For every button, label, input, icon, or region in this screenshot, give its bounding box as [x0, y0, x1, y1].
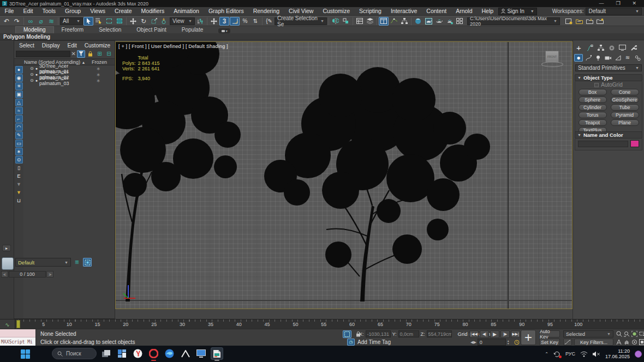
- select-and-rotate-button[interactable]: ↻: [139, 17, 148, 26]
- show-influences-icon[interactable]: ▯: [15, 164, 23, 172]
- display-materials-icon[interactable]: ✎: [15, 131, 23, 139]
- primitive-button[interactable]: Teapot: [579, 119, 607, 126]
- primitive-button[interactable]: Tube: [611, 104, 639, 111]
- frozen-toggle-icon[interactable]: ∗: [96, 78, 100, 83]
- primitive-button[interactable]: Box: [579, 89, 607, 95]
- lock-icon[interactable]: [86, 50, 94, 58]
- toggle-layer-explorer-button[interactable]: [365, 17, 375, 26]
- expand-strip-button[interactable]: ▸: [2, 245, 11, 251]
- primitive-button[interactable]: Torus: [579, 112, 607, 118]
- visibility-eye-icon[interactable]: ⊙: [30, 78, 34, 83]
- curve-editor-button[interactable]: [389, 17, 399, 26]
- mini-curve-editor-button[interactable]: ∿: [0, 319, 15, 329]
- align-button[interactable]: [341, 17, 351, 26]
- visibility-eye-icon[interactable]: ⊙: [30, 66, 34, 71]
- collapse-tree-icon[interactable]: ⊟: [105, 50, 113, 58]
- select-by-name-button[interactable]: [94, 17, 104, 26]
- maxscript-listener-line[interactable]: MAXScript Mi: [0, 337, 35, 346]
- menu-item[interactable]: Customize: [318, 7, 355, 15]
- scrub-next-button[interactable]: >: [46, 271, 53, 277]
- named-selection-dropdown[interactable]: Create Selection Se▼: [275, 17, 327, 25]
- isolate-layer-icon[interactable]: [83, 258, 92, 267]
- previous-frame-button[interactable]: ◀|: [480, 330, 489, 338]
- project-path-dropdown[interactable]: C:\Users\User\Documents\3ds Max 2020▼: [467, 17, 560, 25]
- menu-item[interactable]: Content: [422, 7, 451, 15]
- language-indicator[interactable]: РУС: [565, 351, 575, 357]
- crossing-selection-icon[interactable]: [115, 17, 124, 26]
- time-slider[interactable]: [16, 320, 20, 328]
- scrub-prev-button[interactable]: <: [1, 271, 8, 277]
- rectangular-selection-icon[interactable]: [104, 17, 114, 26]
- menu-item[interactable]: Modifiers: [136, 7, 169, 15]
- use-pivot-center-button[interactable]: [195, 17, 205, 26]
- menu-item[interactable]: Civil View: [284, 7, 318, 15]
- rendered-frame-button[interactable]: [434, 17, 444, 26]
- volume-muted-icon[interactable]: [593, 351, 600, 357]
- tray-chevron-icon[interactable]: ⌃: [545, 352, 548, 357]
- display-lights-icon[interactable]: ☀: [15, 82, 23, 90]
- mirror-button[interactable]: [331, 17, 341, 26]
- view-cube-face[interactable]: FRONT: [545, 51, 559, 63]
- task-view-icon[interactable]: [100, 347, 112, 360]
- object-type-rollout[interactable]: ▼Object Type: [575, 74, 642, 81]
- field-of-view-icon[interactable]: [616, 338, 623, 346]
- redo-button[interactable]: ↷: [12, 17, 22, 26]
- geometry-category-icon[interactable]: ●: [574, 54, 583, 62]
- edit-named-selections-button[interactable]: {✎: [264, 17, 274, 26]
- menu-item[interactable]: Interactive: [386, 7, 421, 15]
- display-groups-icon[interactable]: ▭: [15, 140, 23, 147]
- spacewarps-category-icon[interactable]: ≋: [623, 54, 632, 62]
- next-frame-button[interactable]: |▶: [500, 330, 510, 338]
- frozen-toggle-icon[interactable]: ∗: [96, 72, 100, 77]
- primitive-button[interactable]: Sphere: [579, 96, 607, 103]
- menu-item[interactable]: Animation: [169, 7, 204, 15]
- add-default-button[interactable]: +: [521, 330, 536, 345]
- toggle-scene-explorer-button[interactable]: [355, 17, 365, 26]
- cameras-category-icon[interactable]: [604, 54, 612, 62]
- viewport-label[interactable]: [ + ] [ Front ] [ User Defined ] [ Defau…: [118, 44, 228, 49]
- object-name-input[interactable]: [578, 141, 628, 147]
- primitive-button[interactable]: Plane: [611, 119, 639, 126]
- go-to-start-button[interactable]: |◀◀: [469, 330, 479, 338]
- menu-item[interactable]: Edit: [19, 7, 38, 15]
- menu-item[interactable]: Views: [86, 7, 110, 15]
- explorer-menu-select[interactable]: Select: [15, 43, 38, 49]
- play-button[interactable]: ▶: [490, 330, 499, 338]
- tray-app-icon[interactable]: [635, 351, 642, 358]
- expand-tree-icon[interactable]: ⊞: [96, 50, 104, 58]
- 3dsmax-taskbar-icon[interactable]: [211, 347, 223, 360]
- menu-item[interactable]: Rendering: [248, 7, 284, 15]
- explorer-menu-edit[interactable]: Edit: [64, 43, 81, 49]
- display-geometry-icon[interactable]: ●: [15, 66, 23, 74]
- systems-category-icon[interactable]: [633, 54, 642, 62]
- orbit-icon[interactable]: [631, 338, 638, 346]
- sign-in-button[interactable]: Sign In▼: [498, 8, 537, 15]
- filter-bright-icon[interactable]: ▼: [15, 189, 23, 196]
- select-and-scale-button[interactable]: [149, 17, 159, 26]
- default-in-out-tangent-icon[interactable]: [563, 339, 572, 346]
- go-to-end-button[interactable]: ▶▶|: [511, 330, 520, 338]
- explorer-menu-customize[interactable]: Customize: [81, 43, 114, 49]
- workspace-settings-icon[interactable]: [564, 17, 574, 26]
- scrub-value[interactable]: 0 / 100: [9, 271, 46, 277]
- maxscript-mini-listener[interactable]: MAXScript Mi: [0, 329, 36, 346]
- zoom-extents-icon[interactable]: [631, 330, 638, 337]
- select-object-button[interactable]: [84, 17, 93, 26]
- remote-desktop-icon[interactable]: [195, 347, 207, 360]
- edge-browser-icon[interactable]: [163, 347, 176, 360]
- layer-list-icon[interactable]: ≣: [73, 258, 81, 267]
- frame-spinner[interactable]: ▲▼: [507, 339, 512, 346]
- tab-selection[interactable]: Selection: [91, 27, 129, 33]
- menu-item[interactable]: Group: [61, 7, 86, 15]
- percent-snap-button[interactable]: %: [240, 17, 250, 26]
- undo-button[interactable]: ↶: [2, 17, 11, 26]
- key-filters-button[interactable]: Key Filters...: [574, 339, 613, 346]
- name-color-rollout[interactable]: ▼Name and Color: [575, 131, 642, 138]
- autogrid-checkbox[interactable]: [594, 83, 599, 87]
- tab-populate[interactable]: Populate: [174, 27, 211, 33]
- tab-object-paint[interactable]: Object Paint: [129, 27, 174, 33]
- spinner-snap-button[interactable]: ⇅: [251, 17, 260, 26]
- display-tab-icon[interactable]: [618, 44, 627, 52]
- taskbar-clock[interactable]: 11:20 17.06.2025: [605, 348, 630, 359]
- layer-quick-button[interactable]: [2, 257, 14, 270]
